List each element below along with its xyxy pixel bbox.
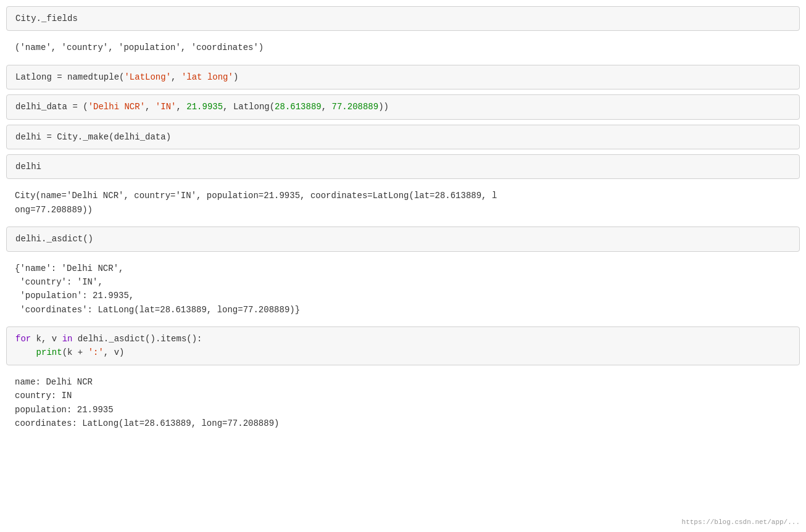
code-line: City._fields [15, 12, 791, 25]
code-token: delhi._asdict() [15, 234, 93, 244]
block7: for k, v in delhi._asdict().items(): pri… [6, 326, 800, 365]
code-token: ':' [88, 347, 104, 357]
code-token: coordinates: LatLong(lat=28.613889, long… [15, 418, 279, 428]
code-token: 77.208889 [332, 102, 379, 112]
code-line: delhi._asdict() [15, 232, 791, 246]
code-line: print(k + ':', v) [15, 346, 791, 359]
code-token: 'IN' [156, 102, 177, 112]
code-token: City(name='Delhi NCR', country='IN', pop… [15, 191, 497, 201]
code-line: delhi [15, 160, 791, 173]
code-token: {'name': 'Delhi NCR', [15, 264, 123, 273]
code-token: 21.9935 [186, 102, 223, 112]
code-token: for [15, 334, 31, 344]
code-token: ong=77.208889)) [15, 205, 93, 215]
code-token: , [171, 72, 181, 82]
output7: name: Delhi NCRcountry: INpopulation: 21… [6, 370, 800, 436]
code-line: delhi = City._make(delhi_data) [15, 130, 791, 144]
code-line: ong=77.208889)) [15, 203, 791, 217]
block3: delhi_data = ('Delhi NCR', 'IN', 21.9935… [6, 94, 800, 119]
block1: City._fields [6, 6, 800, 31]
code-line: country: IN [15, 389, 791, 402]
code-line: name: Delhi NCR [15, 375, 791, 389]
code-line: City(name='Delhi NCR', country='IN', pop… [15, 189, 791, 202]
code-token: ('name', 'country', 'population', 'coord… [15, 43, 264, 52]
block2: Latlong = namedtuple('LatLong', 'lat lon… [6, 65, 800, 89]
code-line: 'population': 21.9935, [15, 289, 791, 302]
code-token: 'coordinates': LatLong(lat=28.613889, lo… [15, 305, 300, 315]
block5: delhi [6, 154, 800, 179]
code-token: 'LatLong' [124, 72, 171, 82]
code-token: delhi._asdict().items(): [72, 334, 202, 344]
code-token: delhi [15, 162, 41, 172]
output5: City(name='Delhi NCR', country='IN', pop… [6, 184, 800, 222]
code-token: country: IN [15, 391, 72, 401]
code-token: delhi_data = ( [15, 102, 88, 112]
code-token: 'Delhi NCR' [88, 102, 145, 112]
code-token: name: Delhi NCR [15, 377, 93, 387]
output1: ('name', 'country', 'population', 'coord… [6, 36, 800, 59]
block4: delhi = City._make(delhi_data) [6, 125, 800, 149]
code-token: , [322, 102, 332, 112]
code-token: in [62, 334, 73, 344]
code-line: 'coordinates': LatLong(lat=28.613889, lo… [15, 303, 791, 317]
code-token: , [176, 102, 186, 112]
code-token: 'population': 21.9935, [15, 291, 134, 301]
code-token: Latlong = namedtuple( [15, 72, 124, 82]
code-token: ) [233, 72, 238, 82]
code-token: , [145, 102, 156, 112]
code-token: )) [378, 102, 389, 112]
code-line: coordinates: LatLong(lat=28.613889, long… [15, 417, 791, 430]
code-token: , v) [104, 347, 125, 357]
code-token: population: 21.9935 [15, 405, 114, 415]
code-token: , Latlong( [223, 102, 275, 112]
code-token: delhi = City._make(delhi_data) [15, 132, 171, 142]
code-token: 'country': 'IN', [15, 277, 103, 287]
code-line: for k, v in delhi._asdict().items(): [15, 332, 791, 346]
output6: {'name': 'Delhi NCR', 'country': 'IN', '… [6, 257, 800, 322]
code-line: {'name': 'Delhi NCR', [15, 262, 791, 275]
code-token: print [36, 347, 62, 357]
code-token: (k + [62, 347, 88, 357]
code-line: ('name', 'country', 'population', 'coord… [15, 41, 791, 54]
main-content: City._fields('name', 'country', 'populat… [6, 6, 800, 435]
code-token: 'lat long' [181, 72, 233, 82]
code-token: City._fields [15, 14, 78, 23]
code-token: k, v [31, 334, 62, 344]
block6: delhi._asdict() [6, 227, 800, 251]
code-line: population: 21.9935 [15, 403, 791, 417]
code-token [15, 347, 36, 357]
code-line: delhi_data = ('Delhi NCR', 'IN', 21.9935… [15, 100, 791, 114]
code-line: Latlong = namedtuple('LatLong', 'lat lon… [15, 70, 791, 84]
code-token: 28.613889 [275, 102, 322, 112]
code-line: 'country': 'IN', [15, 275, 791, 289]
watermark: https://blog.csdn.net/app/... [682, 518, 800, 526]
